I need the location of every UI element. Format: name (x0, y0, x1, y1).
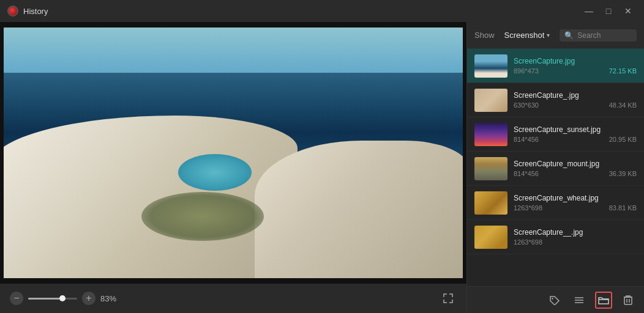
file-name: ScreenCapture_.jpg (514, 91, 637, 100)
preview-image (4, 28, 463, 278)
preview-toolbar: − + 83% (0, 284, 466, 313)
search-input[interactable] (577, 31, 632, 40)
file-info: ScreenCapture.jpg 896*473 72.15 KB (514, 57, 637, 75)
list-item[interactable]: ScreenCapture__.jpg 1263*698 (467, 220, 644, 254)
thumb-image (474, 89, 507, 112)
svg-point-0 (552, 298, 553, 299)
list-item[interactable]: ScreenCapture_mount.jpg 814*456 36.39 KB (467, 152, 644, 186)
close-button[interactable]: ✕ (620, 4, 637, 18)
file-size: 72.15 KB (609, 67, 637, 75)
titlebar-controls: — □ ✕ (580, 4, 637, 18)
file-info: ScreenCapture_.jpg 630*630 48.34 KB (514, 91, 637, 109)
water-inlet-layer (178, 154, 252, 191)
show-label: Show (474, 31, 495, 40)
file-dimensions: 1263*698 (514, 238, 542, 246)
file-size: 48.34 KB (609, 101, 637, 109)
file-list: ScreenCapture.jpg 896*473 72.15 KB Scree… (467, 49, 644, 286)
file-meta: 630*630 48.34 KB (514, 101, 637, 109)
file-info: ScreenCapture_mount.jpg 814*456 36.39 KB (514, 160, 637, 177)
thumb-image (474, 191, 507, 215)
search-box[interactable]: 🔍 (560, 29, 637, 42)
zoom-out-button[interactable]: − (10, 292, 23, 305)
file-info: ScreenCapture__.jpg 1263*698 (514, 228, 637, 246)
zoom-controls: − + 83% (10, 292, 122, 305)
list-item[interactable]: ScreenCapture.jpg 896*473 72.15 KB (467, 49, 644, 83)
list-view-button[interactable] (571, 292, 588, 309)
file-dimensions: 814*456 (514, 170, 539, 177)
list-item[interactable]: ScreenCapture_sunset.jpg 814*456 20.95 K… (467, 117, 644, 152)
chevron-down-icon: ▾ (547, 32, 550, 39)
file-thumbnail (474, 157, 507, 180)
zoom-slider-fill (28, 298, 62, 300)
file-meta: 814*456 20.95 KB (514, 136, 637, 143)
file-thumbnail (474, 123, 507, 146)
right-panel: Show Screenshot ▾ 🔍 ScreenCapture.jpg (466, 22, 644, 313)
delete-button[interactable] (620, 292, 637, 309)
preview-image-container (0, 22, 466, 284)
svg-rect-5 (624, 297, 632, 304)
search-icon: 🔍 (564, 31, 574, 40)
file-size: 83.81 KB (609, 204, 637, 212)
thumb-image (474, 157, 507, 180)
file-thumbnail (474, 89, 507, 112)
file-dimensions: 896*473 (514, 67, 539, 75)
file-info: ScreenCapture_wheat.jpg 1263*698 83.81 K… (514, 194, 637, 212)
minimize-button[interactable]: — (580, 4, 597, 18)
file-dimensions: 630*630 (514, 101, 539, 109)
list-item[interactable]: ScreenCapture_wheat.jpg 1263*698 83.81 K… (467, 186, 644, 220)
preview-area: − + 83% (0, 22, 466, 313)
open-folder-button[interactable] (595, 292, 612, 309)
titlebar: History — □ ✕ (0, 0, 644, 22)
zoom-slider-thumb (59, 295, 66, 301)
file-thumbnail (474, 54, 507, 78)
cliff-main-layer (4, 116, 298, 279)
panel-footer (467, 286, 644, 313)
panel-header: Show Screenshot ▾ 🔍 (467, 22, 644, 49)
app-title: History (23, 7, 48, 16)
cliff-right-layer (255, 141, 463, 279)
file-dimensions: 1263*698 (514, 204, 542, 212)
file-thumbnail (474, 191, 507, 215)
zoom-value: 83% (100, 294, 122, 303)
titlebar-left: History (7, 6, 48, 17)
zoom-slider-track[interactable] (28, 298, 77, 300)
file-meta: 896*473 72.15 KB (514, 67, 637, 75)
file-name: ScreenCapture__.jpg (514, 228, 637, 237)
file-thumbnail (474, 226, 507, 249)
file-meta: 814*456 36.39 KB (514, 170, 637, 177)
thumb-image (474, 123, 507, 146)
vegetation-layer (141, 192, 264, 241)
filter-dropdown[interactable]: Screenshot ▾ (501, 29, 554, 42)
app-icon (7, 6, 18, 17)
main-content: − + 83% Show S (0, 22, 644, 313)
zoom-in-button[interactable]: + (82, 292, 95, 305)
maximize-button[interactable]: □ (600, 4, 617, 18)
file-name: ScreenCapture.jpg (514, 57, 637, 65)
list-item[interactable]: ScreenCapture_.jpg 630*630 48.34 KB (467, 83, 644, 117)
file-name: ScreenCapture_wheat.jpg (514, 194, 637, 202)
file-meta: 1263*698 (514, 238, 637, 246)
file-name: ScreenCapture_sunset.jpg (514, 125, 637, 134)
expand-button[interactable] (440, 290, 457, 307)
file-name: ScreenCapture_mount.jpg (514, 160, 637, 168)
file-info: ScreenCapture_sunset.jpg 814*456 20.95 K… (514, 125, 637, 143)
file-size: 36.39 KB (609, 170, 637, 177)
file-dimensions: 814*456 (514, 136, 539, 143)
thumb-image (474, 54, 507, 78)
file-meta: 1263*698 83.81 KB (514, 204, 637, 212)
file-size: 20.95 KB (609, 136, 637, 143)
thumb-image (474, 226, 507, 249)
filter-label: Screenshot (504, 31, 545, 40)
tag-button[interactable] (546, 292, 563, 309)
